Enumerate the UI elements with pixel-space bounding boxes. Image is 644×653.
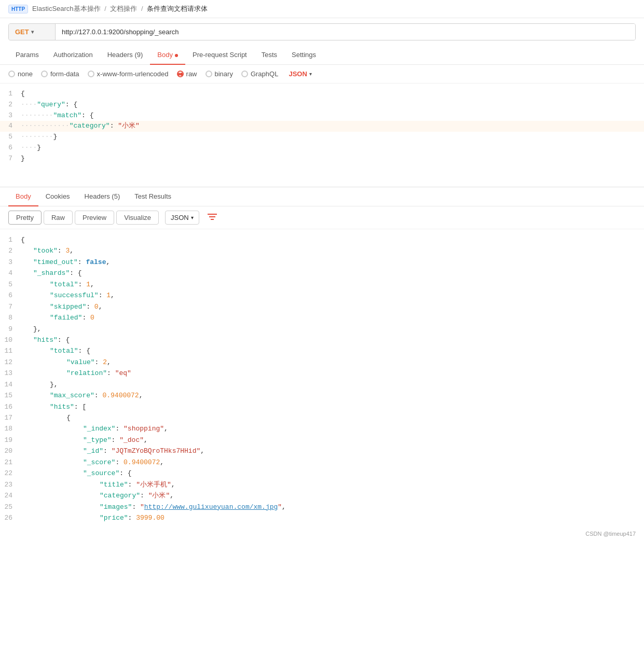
resp-tab-headers[interactable]: Headers (5) — [77, 187, 128, 206]
resp-lcontent-5: "total": 1, — [21, 279, 644, 290]
tab-pre-request[interactable]: Pre-request Script — [185, 46, 254, 65]
resp-lnum-2: 2 — [0, 245, 21, 256]
breadcrumb-item-2[interactable]: 文档操作 — [110, 5, 137, 12]
resp-key-source: "_source" — [83, 469, 119, 477]
resp-lcontent-24: "category": "小米", — [21, 490, 644, 501]
tab-authorization[interactable]: Authorization — [46, 46, 100, 65]
resp-key-maxscore: "max_score" — [50, 392, 94, 399]
resp-lcontent-4: "_shards": { — [21, 268, 644, 279]
resp-sep-3: : — [78, 258, 86, 266]
line-num-5: 5 — [0, 132, 21, 143]
indent-16 — [21, 403, 50, 411]
radio-urlencoded[interactable]: x-www-form-urlencoded — [88, 70, 169, 78]
resp-line-7: 7 "skipped": 0, — [0, 301, 644, 312]
resp-visualize-btn[interactable]: Visualize — [116, 211, 159, 225]
line-content-4: ············"category": "小米" — [21, 121, 644, 132]
resp-line-25: 25 "images": "http://www.gulixueyuan.com… — [0, 502, 644, 512]
separator-1: / — [104, 5, 106, 12]
tab-tests[interactable]: Tests — [254, 46, 284, 65]
radio-label-none: none — [18, 70, 33, 78]
resp-val-failed: 0 — [90, 314, 94, 322]
radio-raw[interactable]: raw — [177, 70, 197, 78]
tab-settings[interactable]: Settings — [284, 46, 323, 65]
resp-line-12: 12 "value": 2, — [0, 357, 644, 368]
resp-line-24: 24 "category": "小米", — [0, 490, 644, 501]
resp-lnum-19: 19 — [0, 435, 21, 446]
csdn-footer: CSDN @timeup417 — [0, 529, 644, 539]
resp-line-26: 26 "price": 3999.00 — [0, 512, 644, 523]
indent-9 — [21, 325, 33, 333]
resp-lcontent-13: "relation": "eq" — [21, 368, 644, 379]
resp-sep-23: : — [128, 481, 136, 489]
resp-line-22: 22 "_source": { — [0, 468, 644, 479]
indent-8 — [21, 314, 50, 322]
resp-raw-btn[interactable]: Raw — [44, 211, 73, 225]
resp-key-total2: "total" — [50, 347, 78, 355]
resp-preview-btn[interactable]: Preview — [75, 211, 114, 225]
resp-lnum-25: 25 — [0, 502, 21, 512]
resp-lcontent-9: }, — [21, 324, 644, 335]
resp-key-total: "total" — [50, 281, 78, 288]
resp-lnum-4: 4 — [0, 268, 21, 279]
resp-key-skipped: "skipped" — [50, 303, 86, 311]
tab-headers[interactable]: Headers (9) — [100, 46, 150, 65]
resp-sep-19: : — [112, 436, 120, 444]
resp-val-category: "小米" — [148, 492, 170, 499]
resp-lnum-7: 7 — [0, 301, 21, 312]
tab-body[interactable]: Body — [150, 46, 185, 65]
radio-inner-raw — [178, 73, 181, 76]
url-input[interactable] — [56, 24, 635, 40]
filter-icon-btn[interactable] — [205, 211, 219, 225]
line-content-5: ········} — [21, 132, 644, 143]
key-category: "category" — [70, 122, 110, 130]
method-selector[interactable]: GET ▾ — [9, 24, 56, 40]
resp-comma-3: , — [106, 258, 110, 266]
resp-pretty-btn[interactable]: Pretty — [8, 211, 42, 225]
indent-5 — [21, 281, 50, 288]
request-code-editor[interactable]: 1 { 2 ····"query": { 3 ········"match": … — [0, 84, 644, 187]
request-tabs-bar: Params Authorization Headers (9) Body Pr… — [0, 46, 644, 65]
line-content-7: } — [21, 154, 644, 164]
resp-lnum-24: 24 — [0, 490, 21, 501]
resp-tab-body[interactable]: Body — [8, 187, 38, 206]
resp-sep-24: : — [140, 492, 148, 499]
resp-lnum-15: 15 — [0, 390, 21, 401]
resp-json-dropdown[interactable]: JSON ▾ — [165, 211, 199, 225]
resp-lnum-13: 13 — [0, 368, 21, 379]
req-line-5: 5 ········} — [0, 132, 644, 143]
radio-graphql[interactable]: GraphQL — [241, 70, 278, 78]
resp-lcontent-21: "_score": 0.9400072, — [21, 457, 644, 468]
resp-comma-23: , — [171, 481, 175, 489]
json-selector[interactable]: JSON ▾ — [289, 70, 311, 78]
radio-binary[interactable]: binary — [205, 70, 233, 78]
resp-tab-cookies[interactable]: Cookies — [38, 187, 77, 206]
radio-form-data[interactable]: form-data — [41, 70, 79, 78]
resp-sep-18: : — [115, 425, 124, 433]
line-num-6: 6 — [0, 143, 21, 154]
response-code[interactable]: 1 { 2 "took": 3, 3 "timed_out": false, 4… — [0, 229, 644, 529]
sep-4: : — [110, 122, 118, 130]
radio-label-urlencoded: x-www-form-urlencoded — [97, 70, 169, 78]
resp-line-8: 8 "failed": 0 — [0, 312, 644, 323]
http-badge: HTTP — [8, 5, 28, 13]
line-num-2: 2 — [0, 100, 21, 110]
resp-val-relation: "eq" — [115, 369, 131, 377]
breadcrumb-item-1[interactable]: ElasticSearch基本操作 — [32, 5, 100, 12]
radio-circle-raw — [177, 71, 184, 77]
resp-line-21: 21 "_score": 0.9400072, — [0, 457, 644, 468]
tab-params[interactable]: Params — [8, 46, 46, 65]
dots-6: ···· — [21, 143, 37, 154]
resp-lcontent-23: "title": "小米手机", — [21, 479, 644, 490]
resp-url-images[interactable]: http://www.gulixueyuan.com/xm.jpg — [144, 503, 278, 511]
resp-lcontent-26: "price": 3999.00 — [21, 512, 644, 523]
line-content-6: ····} — [21, 143, 644, 154]
indent-13 — [21, 369, 66, 377]
radio-none[interactable]: none — [8, 70, 33, 78]
resp-key-failed: "failed" — [50, 314, 82, 322]
chevron-down-icon: ▾ — [31, 29, 34, 35]
resp-tab-test-results[interactable]: Test Results — [127, 187, 179, 206]
resp-sep-16: : [ — [74, 403, 86, 411]
req-line-6: 6 ····} — [0, 143, 644, 154]
breadcrumb: ElasticSearch基本操作 / 文档操作 / 条件查询文档请求体 — [32, 4, 208, 13]
resp-lnum-21: 21 — [0, 457, 21, 468]
